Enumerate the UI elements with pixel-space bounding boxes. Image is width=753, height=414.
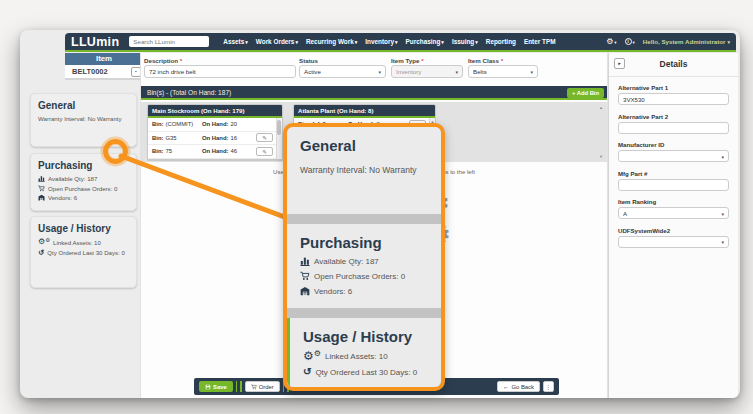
caret-down-icon: [441, 38, 444, 45]
section-title: Usage / History: [38, 223, 129, 234]
user-menu[interactable]: Hello, System Administrator: [643, 38, 730, 45]
menu-inventory[interactable]: Inventory: [365, 38, 397, 45]
bar-chart-icon: [38, 175, 45, 182]
mfg-part-input[interactable]: [618, 179, 729, 191]
overlay-warranty-line: Warranty Interval: No Warranty: [300, 165, 428, 175]
gear-icon: [606, 37, 613, 46]
details-panel: Details Alternative Part 1 Alternative P…: [608, 53, 738, 398]
caret-down-icon: [530, 66, 533, 78]
warranty-line: Warranty Interval: No Warranty: [38, 115, 129, 122]
menu-issuing[interactable]: Issuing: [452, 38, 478, 45]
menu-purchasing[interactable]: Purchasing: [406, 38, 444, 45]
field-label: Alternative Part 1: [618, 84, 729, 91]
udf-systemwide2-select[interactable]: [618, 236, 729, 248]
manufacturer-id-select[interactable]: [618, 150, 729, 162]
caret-down-icon: [295, 38, 298, 45]
caret-down-icon: [721, 210, 724, 217]
overlay-purchasing-title: Purchasing: [300, 234, 428, 251]
sidebar-section-usage-history[interactable]: Usage / History Linked Assets: 10 Qty Or…: [30, 216, 137, 288]
cart-icon: [251, 384, 257, 390]
field-label: Alternative Part 2: [618, 113, 729, 120]
bin-row: Bin:(COMMIT) On Hand:20: [148, 118, 282, 132]
field-label: Manufacturer ID: [618, 141, 729, 148]
alternative-part-1-input[interactable]: [618, 93, 729, 105]
purchase-cart-icon: [38, 185, 45, 192]
menu-reporting[interactable]: Reporting: [486, 38, 516, 45]
item-id-row: BELT0002: [65, 65, 143, 80]
caret-down-icon: [395, 38, 398, 45]
overlay-general-title: General: [300, 137, 428, 154]
menu-enter-tpm[interactable]: Enter TPM: [524, 38, 556, 45]
magnifier-callout: General Warranty Interval: No Warranty P…: [283, 123, 445, 391]
available-qty: Available Qty: 187: [48, 175, 97, 182]
add-bin-button[interactable]: + Add Bin: [567, 88, 604, 98]
linked-assets: Linked Assets: 10: [53, 239, 101, 246]
caret-down-icon: [378, 66, 381, 78]
help-menu[interactable]: i: [625, 38, 635, 45]
more-options-button[interactable]: ⋮: [543, 381, 554, 392]
item-class-label: Item Class: [468, 57, 503, 64]
status-select[interactable]: Active: [299, 65, 386, 78]
main-menu: Assets Work Orders Recurring Work Invent…: [223, 38, 555, 45]
section-title: General: [38, 100, 129, 111]
go-back-button[interactable]: Go Back: [497, 381, 540, 392]
purchase-cart-icon: [300, 271, 310, 281]
description-label: Description: [144, 57, 182, 64]
item-class-select[interactable]: Belts: [468, 65, 538, 78]
bin-row: Bin:75 On Hand:46: [148, 145, 282, 159]
caret-down-icon: [614, 38, 616, 45]
field-label: Mfg Part #: [618, 170, 729, 177]
bins-section-header: Bin(s) - (Total On Hand: 187) + Add Bin: [141, 86, 607, 100]
caret-down-icon: [633, 38, 635, 45]
history-icon: [38, 249, 44, 257]
save-icon: [205, 384, 211, 390]
item-type-label: Item Type: [391, 57, 424, 64]
field-label: UDFSystemWide2: [618, 227, 729, 234]
warehouse-icon: [300, 286, 310, 296]
bin-panel-main-stockroom: Main Stockroom (On Hand: 179) Bin:(COMMI…: [147, 104, 283, 160]
callout-ring: [103, 139, 128, 164]
bin-row: Bin:G35 On Hand:16: [148, 132, 282, 146]
item-ranking-select[interactable]: A: [618, 207, 729, 219]
linked-assets-gears-icon: [303, 350, 321, 362]
bins-scroll-down-icon[interactable]: [599, 154, 603, 159]
item-id: BELT0002: [72, 67, 108, 76]
bar-chart-icon: [300, 256, 310, 266]
top-navbar: LLUmin Assets Work Orders Recurring Work…: [65, 33, 736, 52]
warehouse-icon: [38, 194, 45, 201]
menu-work-orders[interactable]: Work Orders: [256, 38, 298, 45]
order-button[interactable]: Order: [245, 381, 280, 392]
caret-down-icon: [721, 153, 724, 160]
caret-down-icon: [355, 38, 358, 45]
caret-down-icon: [455, 66, 458, 78]
search-input[interactable]: [129, 36, 209, 47]
linked-assets-gears-icon: [38, 238, 50, 246]
settings-menu[interactable]: [606, 37, 616, 46]
status-label: Status: [299, 57, 318, 64]
caret-down-icon: [245, 38, 248, 45]
menu-recurring-work[interactable]: Recurring Work: [306, 38, 357, 45]
llumin-logo: LLUmin: [71, 35, 119, 49]
details-title: Details: [609, 53, 738, 69]
back-arrow-icon: [503, 383, 510, 390]
bin-panel-title: Main Stockroom (On Hand: 179): [148, 105, 282, 118]
bin-panel-scrollbar[interactable]: [276, 118, 282, 159]
history-icon: [303, 367, 311, 377]
footer-divider: [240, 381, 242, 392]
item-type-select[interactable]: Inventory: [391, 65, 463, 78]
details-collapse-button[interactable]: [614, 58, 625, 69]
screenshot-stage: LLUmin Assets Work Orders Recurring Work…: [0, 0, 753, 414]
sidebar-section-general[interactable]: General Warranty Interval: No Warranty: [30, 93, 137, 147]
save-button[interactable]: Save: [199, 381, 233, 392]
bins-scroll-up-icon[interactable]: [599, 105, 603, 110]
menu-assets[interactable]: Assets: [223, 38, 247, 45]
edit-bin-button[interactable]: [256, 133, 273, 142]
description-input[interactable]: [144, 65, 296, 78]
sidebar-header: Item: [65, 53, 143, 65]
caret-down-icon: [727, 38, 730, 45]
alternative-part-2-input[interactable]: [618, 122, 729, 134]
edit-bin-button[interactable]: [256, 147, 273, 156]
info-icon: i: [625, 38, 632, 45]
open-purchase-orders: Open Purchase Orders: 0: [48, 185, 117, 192]
caret-down-icon: [721, 238, 724, 245]
